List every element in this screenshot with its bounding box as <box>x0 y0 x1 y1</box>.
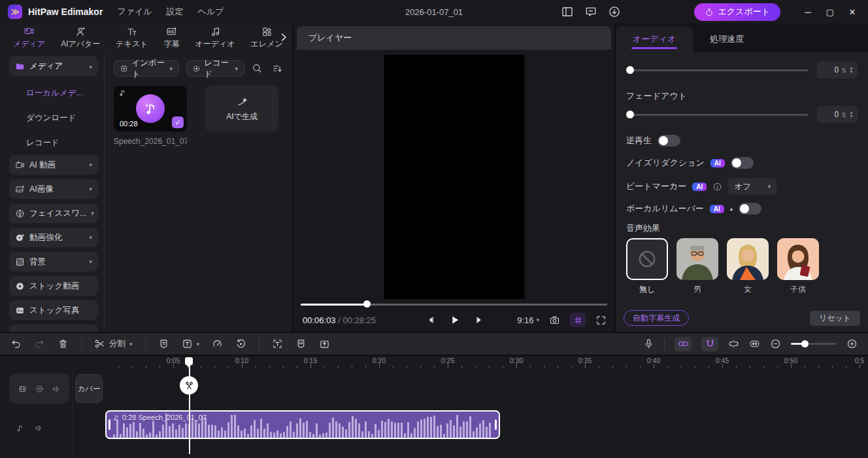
voiceover-mic-button[interactable] <box>643 338 654 349</box>
fade-in-slider[interactable] <box>626 69 808 71</box>
speed-button[interactable] <box>212 338 223 349</box>
sidebar-item-local-media[interactable]: ローカルメデ... <box>9 80 98 105</box>
voice-effect-female[interactable]: 女 <box>727 238 769 295</box>
clip-trim-handle-right[interactable] <box>495 419 497 430</box>
beat-marker-dropdown[interactable]: オフ▾ <box>728 178 776 195</box>
close-button[interactable]: ✕ <box>844 4 860 20</box>
spin-down-icon[interactable]: ▼ <box>849 70 854 74</box>
delete-button[interactable] <box>58 338 69 349</box>
tab-subtitle[interactable]: 字幕 <box>163 26 179 50</box>
layout-icon[interactable] <box>561 5 574 18</box>
clip-trim-handle-left[interactable] <box>108 419 110 430</box>
cover-button[interactable]: カバー <box>75 374 103 403</box>
watermark-button[interactable] <box>295 338 307 349</box>
download-icon[interactable] <box>608 5 621 18</box>
progress-knob[interactable] <box>363 300 371 308</box>
maximize-button[interactable]: ▢ <box>822 4 838 20</box>
track-mute-icon[interactable] <box>52 385 61 393</box>
tab-elements[interactable]: エレメン <box>251 26 283 50</box>
audio-clip-thumbnail[interactable]: 00:28 ✓ <box>114 86 187 132</box>
sidebar-item-background[interactable]: 背景▾ <box>9 252 98 272</box>
waveform-bar <box>231 415 233 438</box>
noise-reduction-toggle[interactable] <box>731 157 754 169</box>
timeline-zoom-slider[interactable] <box>791 343 837 345</box>
voice-effect-none[interactable]: 無し <box>626 238 668 295</box>
vocal-remover-toggle[interactable] <box>739 203 761 215</box>
sort-icon[interactable] <box>272 63 283 74</box>
sidebar-item-ai-video[interactable]: AI 動画▾ <box>9 155 98 175</box>
track-visibility-icon[interactable] <box>35 385 44 393</box>
info-icon[interactable] <box>712 182 722 192</box>
player-progress-bar[interactable] <box>301 300 607 308</box>
audio-track-icon[interactable] <box>16 424 24 432</box>
collapse-caret-icon[interactable]: ▴ <box>730 205 733 212</box>
tab-ai-avatar[interactable]: AIアバター <box>61 26 100 50</box>
sidebar-item-media[interactable]: メディア▴ <box>9 56 98 76</box>
fade-out-value[interactable]: 0s ▲▼ <box>817 106 858 123</box>
clip-selected-checkbox[interactable]: ✓ <box>172 116 184 128</box>
sidebar-item-record[interactable]: レコード <box>9 130 98 155</box>
voice-effect-male[interactable]: 男 <box>676 238 718 295</box>
redo-button[interactable] <box>34 338 45 349</box>
fullscreen-icon[interactable] <box>595 315 607 326</box>
fit-timeline-button[interactable] <box>749 338 760 349</box>
tabs-expand-chevron-icon[interactable] <box>279 33 288 42</box>
sidebar-item-ai-image[interactable]: AI画像▾ <box>9 179 98 199</box>
fade-out-slider[interactable] <box>626 114 808 116</box>
tab-inspector-audio[interactable]: オーディオ <box>616 26 693 52</box>
sidebar-item-video-enhance[interactable]: 動画強化▾ <box>9 228 98 247</box>
sidebar-item-download[interactable]: ダウンロード <box>9 105 98 130</box>
playhead-handle[interactable] <box>185 357 193 365</box>
zoom-slider-knob[interactable] <box>801 340 809 347</box>
tab-inspector-speed[interactable]: 処理速度 <box>693 26 761 52</box>
menu-file[interactable]: ファイル <box>117 6 152 18</box>
menu-help[interactable]: ヘルプ <box>198 6 224 18</box>
undo-button[interactable] <box>10 338 22 349</box>
zoom-in-button[interactable] <box>846 338 858 349</box>
aspect-ratio-dropdown[interactable]: 9:16▾ <box>517 315 539 325</box>
link-clips-button[interactable] <box>675 337 692 351</box>
unlink-button[interactable] <box>728 338 739 349</box>
spin-down-icon[interactable]: ▼ <box>849 114 854 118</box>
feedback-icon[interactable] <box>584 5 597 18</box>
export-frame-button[interactable] <box>319 338 330 349</box>
sidebar-item-stock-video[interactable]: ストック動画 <box>9 276 98 296</box>
tab-media[interactable]: メディア <box>13 26 45 50</box>
video-preview[interactable] <box>384 55 524 299</box>
ruler-tick <box>283 366 284 368</box>
play-button[interactable] <box>449 314 461 326</box>
timeline-ruler[interactable]: 0:050:100:150:200:250:300:350:400:450:50… <box>0 356 868 370</box>
playhead-scissors-button[interactable] <box>180 376 198 395</box>
reverse-toggle[interactable] <box>658 135 680 147</box>
zoom-out-button[interactable] <box>770 338 781 349</box>
fade-in-value[interactable]: 0s ▲▼ <box>817 62 858 79</box>
record-button[interactable]: レコード▾ <box>186 60 244 77</box>
text-tool-button[interactable]: ▾ <box>182 338 200 349</box>
tab-text[interactable]: テキスト <box>116 26 148 50</box>
text-template-button[interactable] <box>272 338 283 349</box>
sidebar-item-stock-photo[interactable]: ストック写真 <box>9 300 98 320</box>
ai-generate-tile[interactable]: AIで生成 <box>205 86 278 132</box>
sidebar-item-face-swap[interactable]: フェイススワ...▾ <box>9 203 98 223</box>
split-button[interactable]: 分割▾ <box>94 338 133 349</box>
auto-subtitle-button[interactable]: 自動字幕生成 <box>624 310 689 326</box>
menu-settings[interactable]: 設定 <box>167 6 184 18</box>
export-button[interactable]: エクスポート <box>694 3 780 21</box>
motion-button[interactable] <box>235 338 246 349</box>
audio-mute-icon[interactable] <box>35 424 43 432</box>
minimize-button[interactable]: ─ <box>800 4 816 20</box>
grid-toggle-button[interactable] <box>570 313 586 327</box>
next-frame-button[interactable] <box>474 315 484 325</box>
voice-effect-child[interactable]: 子供 <box>777 238 819 295</box>
timeline-audio-clip[interactable]: 0:28 Speech_2026_01_07 <box>105 410 500 439</box>
sidebar-item-partial[interactable] <box>9 325 98 332</box>
marker-button[interactable] <box>158 338 169 349</box>
film-icon[interactable] <box>18 385 27 393</box>
magnet-snap-button[interactable] <box>701 337 718 351</box>
search-icon[interactable] <box>252 63 263 74</box>
reset-button[interactable]: リセット <box>810 311 860 326</box>
snapshot-icon[interactable] <box>549 315 560 326</box>
prev-frame-button[interactable] <box>426 315 436 325</box>
import-button[interactable]: インポート▾ <box>114 60 179 77</box>
tab-audio[interactable]: オーディオ <box>195 26 235 50</box>
